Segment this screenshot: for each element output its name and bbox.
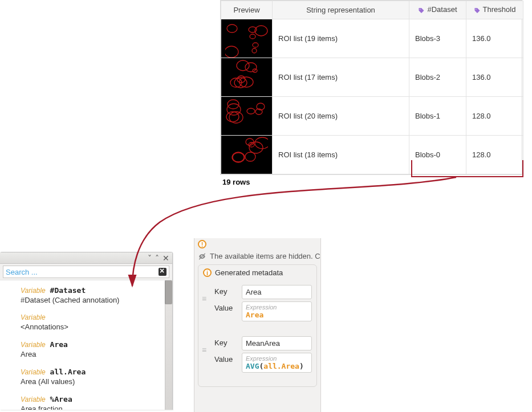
value-label: Value xyxy=(214,301,238,321)
col-threshold[interactable]: Threshold xyxy=(466,1,523,19)
variable-label: Variable xyxy=(21,313,46,321)
variable-entry[interactable]: Variable Area Area xyxy=(0,338,172,360)
tag-icon xyxy=(418,6,425,15)
col-preview[interactable]: Preview xyxy=(221,1,273,19)
svg-rect-16 xyxy=(225,97,268,135)
expression-code: Area xyxy=(246,311,308,319)
threshold-cell: 136.0 xyxy=(466,19,523,58)
variable-name: Area xyxy=(50,340,68,349)
variable-entry[interactable]: Variable #Dataset #Dataset (Cached annot… xyxy=(0,284,172,305)
svg-rect-0 xyxy=(225,19,268,58)
row-count-label: 19 rows xyxy=(222,178,250,186)
variable-desc: Area (All values) xyxy=(21,376,169,386)
metadata-block: Key Area Value Expression Area xyxy=(212,282,314,325)
variable-desc: <Annotations> xyxy=(21,321,169,331)
warning-icon: ! xyxy=(198,240,206,248)
variable-entry[interactable]: Variable all.Area Area (All values) xyxy=(0,365,172,387)
titlebar: ˅ ˄ ✕ xyxy=(0,252,172,264)
metadata-block: Key MeanArea Value Expression AVG(all.Ar… xyxy=(212,333,314,376)
table-row[interactable]: ROI list (19 items) Blobs-3 136.0 xyxy=(221,19,523,58)
table-row[interactable]: ROI list (20 items) Blobs-1 128.0 xyxy=(221,96,523,135)
dataset-cell: Blobs-3 xyxy=(409,19,466,58)
key-label: Key xyxy=(214,285,238,299)
info-icon: i xyxy=(203,268,212,277)
preview-thumb[interactable] xyxy=(221,135,273,174)
table-row[interactable]: ROI list (17 items) Blobs-2 136.0 xyxy=(221,58,523,96)
variable-label: Variable xyxy=(21,287,46,295)
col-dataset[interactable]: #Dataset xyxy=(409,1,466,19)
string-repr-cell: ROI list (17 items) xyxy=(273,58,409,96)
highlight-box xyxy=(411,160,523,177)
variable-label: Variable xyxy=(21,368,46,376)
hidden-items-text: The available items are hidden. Clic xyxy=(210,252,320,260)
key-label: Key xyxy=(214,336,238,350)
threshold-cell: 136.0 xyxy=(466,58,523,96)
chevron-up-icon[interactable]: ˄ xyxy=(155,254,159,263)
variable-entry[interactable]: Variable %Area Area fraction xyxy=(0,393,172,410)
variable-desc: #Dataset (Cached annotation) xyxy=(21,295,169,304)
results-table[interactable]: Preview String representation #Dataset T… xyxy=(220,0,522,175)
dataset-cell: Blobs-2 xyxy=(409,58,466,96)
value-field[interactable]: Expression AVG(all.Area) xyxy=(242,353,312,373)
col-string-repr[interactable]: String representation xyxy=(273,1,409,19)
preview-thumb[interactable] xyxy=(221,96,273,135)
group-title: Generated metadata xyxy=(215,268,283,277)
expression-label: Expression xyxy=(246,355,308,362)
search-input[interactable] xyxy=(6,268,159,276)
value-label: Value xyxy=(214,353,238,373)
close-icon[interactable]: ✕ xyxy=(163,254,169,263)
dataset-cell: Blobs-1 xyxy=(409,96,466,135)
variable-desc: Area xyxy=(21,349,169,358)
string-repr-cell: ROI list (18 items) xyxy=(273,135,409,174)
search-clear-icon[interactable] xyxy=(159,268,166,276)
expression-code: AVG(all.Area) xyxy=(246,362,308,370)
variable-label: Variable xyxy=(21,395,46,403)
generated-metadata-group: i Generated metadata Key Area Value Expr… xyxy=(198,264,317,387)
preview-thumb[interactable] xyxy=(221,19,273,58)
preview-thumb[interactable] xyxy=(221,58,273,96)
variable-list[interactable]: Variable #Dataset #Dataset (Cached annot… xyxy=(0,280,172,410)
variable-label: Variable xyxy=(21,341,46,349)
chevron-down-icon[interactable]: ˅ xyxy=(148,254,152,263)
variables-panel: ˅ ˄ ✕ Variable #Dataset #Dataset (Cached… xyxy=(0,252,173,410)
string-repr-cell: ROI list (19 items) xyxy=(273,19,409,58)
key-field[interactable]: MeanArea xyxy=(242,336,312,350)
variable-name: all.Area xyxy=(50,368,86,376)
key-field[interactable]: Area xyxy=(242,285,312,299)
tag-icon xyxy=(474,6,481,15)
variable-name: #Dataset xyxy=(50,286,86,295)
variable-desc: Area fraction xyxy=(21,403,169,410)
metadata-panel: ! The available items are hidden. Clic i… xyxy=(194,238,321,412)
variable-entry[interactable]: Variable <Annotations> xyxy=(0,311,172,332)
variable-name: %Area xyxy=(50,395,72,403)
expression-label: Expression xyxy=(246,304,308,311)
eye-slash-icon xyxy=(198,252,206,260)
value-field[interactable]: Expression Area xyxy=(242,301,312,321)
svg-rect-24 xyxy=(225,136,268,174)
string-repr-cell: ROI list (20 items) xyxy=(273,96,409,135)
threshold-cell: 128.0 xyxy=(466,96,523,135)
